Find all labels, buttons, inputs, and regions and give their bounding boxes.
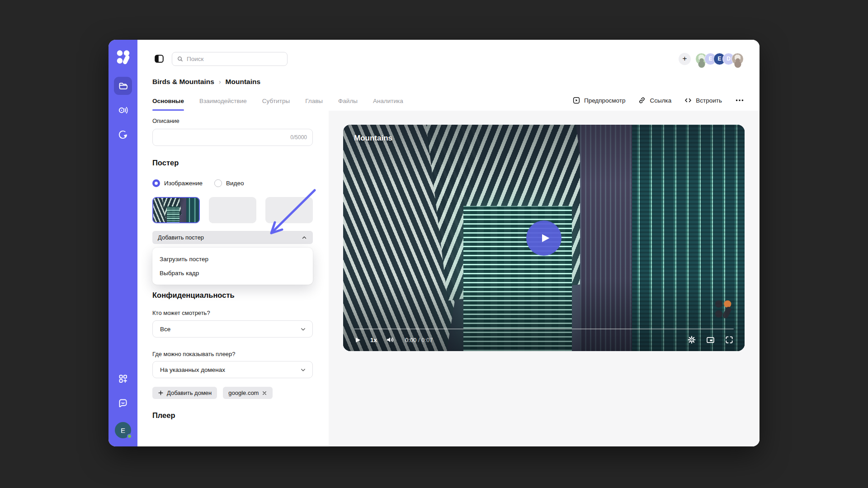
video-player[interactable]: Mountains: [343, 125, 745, 351]
who-can-watch-select[interactable]: Все: [152, 320, 313, 338]
topbar-right: + E E D: [679, 53, 744, 65]
fullscreen-icon: [725, 335, 734, 344]
remove-domain-button[interactable]: [262, 390, 267, 396]
sidebar-bottom: E: [114, 370, 132, 438]
radio-image-label: Изображение: [164, 180, 203, 187]
sidebar-item-videos[interactable]: [114, 77, 132, 95]
add-poster-button[interactable]: Добавить постер: [152, 231, 313, 244]
chat-bubble-icon: [118, 398, 128, 408]
broadcast-icon: [118, 105, 128, 116]
add-poster-dropdown: Добавить постер Загрузить постер Выбрать…: [152, 231, 313, 244]
search-input-field[interactable]: [187, 56, 283, 62]
member-avatar[interactable]: [731, 53, 744, 65]
collapse-sidebar-button[interactable]: [154, 53, 165, 64]
sidebar-item-recorder[interactable]: [114, 126, 132, 144]
page-head: Birds & Mountains › Mountains Основные В…: [137, 66, 760, 111]
poster-thumbnail-empty[interactable]: [209, 197, 256, 223]
tab-chapters[interactable]: Главы: [305, 98, 323, 111]
description-counter: 0/5000: [290, 134, 307, 141]
plus-icon: [158, 390, 164, 396]
more-actions-button[interactable]: [735, 95, 745, 105]
breadcrumb-separator: ›: [219, 78, 221, 85]
chevron-up-icon: [301, 235, 307, 241]
settings-button[interactable]: [687, 335, 696, 344]
user-avatar[interactable]: E: [115, 422, 131, 438]
description-label: Описание: [152, 117, 313, 124]
tab-main[interactable]: Основные: [152, 98, 184, 111]
preview-icon: [572, 96, 580, 104]
chevron-down-icon: [300, 366, 307, 373]
description-input[interactable]: 0/5000: [152, 129, 313, 146]
sidebar-item-apps[interactable]: [114, 370, 132, 388]
close-icon: [262, 390, 267, 396]
ellipsis-icon: [735, 95, 745, 105]
content: Описание 0/5000 Постер Изображение: [137, 111, 760, 446]
chevron-down-icon: [300, 326, 307, 333]
preview-label: Предпросмотр: [584, 97, 626, 104]
who-can-watch-value: Все: [160, 326, 170, 333]
radio-video-label: Видео: [226, 180, 244, 187]
copy-link-label: Ссылка: [650, 97, 671, 104]
who-can-watch-label: Кто может смотреть?: [152, 310, 313, 316]
radio-image[interactable]: Изображение: [152, 179, 203, 187]
desktop-background: E: [0, 0, 868, 488]
menu-item-upload-poster[interactable]: Загрузить постер: [152, 252, 313, 266]
tabs: Основные Взаимодействие Субтитры Главы Ф…: [152, 98, 403, 111]
radio-video[interactable]: Видео: [214, 179, 244, 187]
kinescope-watermark-icon: [713, 300, 733, 319]
menu-item-choose-frame[interactable]: Выбрать кадр: [152, 266, 313, 280]
main-area: + E E D Birds & Mountains › Mountains: [137, 40, 760, 446]
add-poster-label: Добавить постер: [158, 234, 204, 241]
tab-files[interactable]: Файлы: [338, 98, 358, 111]
search-input[interactable]: [172, 52, 288, 66]
tab-analytics[interactable]: Аналитика: [373, 98, 403, 111]
where-player-select[interactable]: На указанных доменах: [152, 361, 313, 378]
add-member-button[interactable]: +: [679, 53, 691, 65]
kinescope-logo-icon: [115, 50, 131, 65]
play-icon: [539, 232, 552, 244]
poster-section-title: Постер: [152, 159, 313, 167]
domains-row: Добавить домен google.com: [152, 387, 313, 399]
poster-thumbnail-selected[interactable]: [152, 197, 200, 223]
player-controls: 1x 0:00 / 0:07: [354, 334, 734, 346]
where-player-value: На указанных доменах: [160, 366, 225, 373]
embed-button[interactable]: Встроить: [684, 96, 722, 104]
add-domain-label: Добавить домен: [167, 389, 212, 396]
breadcrumb-parent[interactable]: Birds & Mountains: [152, 78, 214, 86]
grid-plus-icon: [118, 373, 128, 384]
sidebar-item-live[interactable]: [114, 101, 132, 119]
embed-label: Встроить: [696, 97, 722, 104]
breadcrumb-current: Mountains: [226, 78, 261, 86]
pip-button[interactable]: [706, 335, 715, 345]
sidebar-item-chat[interactable]: [114, 394, 132, 412]
description-input-field[interactable]: [158, 134, 290, 141]
preview-button[interactable]: Предпросмотр: [572, 96, 626, 104]
poster-thumbnail-empty[interactable]: [265, 197, 313, 223]
domain-tag: google.com: [223, 387, 273, 399]
poster-type-radios: Изображение Видео: [152, 179, 313, 187]
embed-icon: [684, 96, 692, 104]
picture-in-picture-icon: [706, 335, 715, 345]
fullscreen-button[interactable]: [725, 335, 734, 344]
tab-interaction[interactable]: Взаимодействие: [199, 98, 247, 111]
playback-speed-button[interactable]: 1x: [370, 337, 377, 343]
gear-icon: [687, 335, 696, 344]
tab-subtitles[interactable]: Субтитры: [262, 98, 290, 111]
copy-link-button[interactable]: Ссылка: [638, 96, 671, 104]
volume-button[interactable]: [386, 335, 395, 344]
head-actions: Предпросмотр Ссылка: [572, 95, 745, 111]
sidebar: E: [108, 40, 137, 446]
big-play-button[interactable]: [526, 221, 561, 256]
progress-bar[interactable]: [354, 328, 734, 329]
radio-image-dot: [152, 179, 160, 187]
time-current: 0:00: [405, 337, 416, 343]
tabs-row: Основные Взаимодействие Субтитры Главы Ф…: [152, 95, 745, 111]
add-domain-button[interactable]: Добавить домен: [152, 387, 217, 399]
settings-panel: Описание 0/5000 Постер Изображение: [137, 111, 329, 446]
volume-icon: [386, 335, 395, 344]
online-status-dot: [127, 434, 132, 439]
play-button[interactable]: [354, 336, 362, 344]
user-avatar-initial: E: [121, 427, 125, 434]
time-display: 0:00 / 0:07: [405, 337, 433, 343]
domain-tag-label: google.com: [228, 389, 259, 396]
